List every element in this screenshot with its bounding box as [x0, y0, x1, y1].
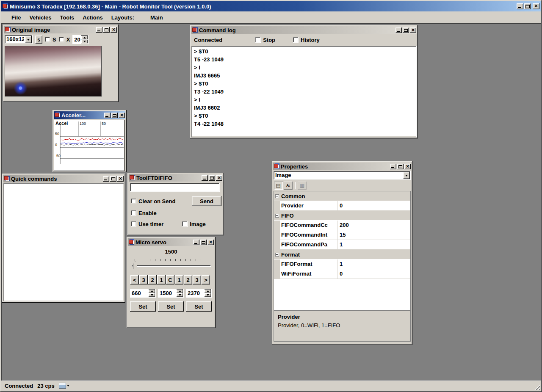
- image-checkbox[interactable]: [182, 221, 188, 227]
- maximize-button[interactable]: [209, 175, 215, 181]
- close-button[interactable]: [410, 28, 416, 33]
- minimize-button[interactable]: [193, 240, 199, 245]
- servo-button-1-3[interactable]: 3: [139, 275, 148, 284]
- set-mid-button[interactable]: Set: [158, 301, 184, 312]
- stop-checkbox[interactable]: [255, 37, 261, 43]
- spin-up-icon[interactable]: [81, 36, 88, 39]
- spin-down-icon[interactable]: [149, 293, 155, 297]
- menu-tools[interactable]: Tools: [55, 13, 78, 22]
- menu-layouts[interactable]: Layouts:: [107, 13, 138, 22]
- history-checkbox[interactable]: [293, 37, 299, 43]
- property-category-fifo[interactable]: FIFO: [274, 211, 410, 221]
- main-titlebar[interactable]: Minisumo 3 Toradex [192.168.0.36] - Main…: [1, 1, 541, 11]
- maximize-button[interactable]: [524, 3, 531, 9]
- collapse-icon[interactable]: [275, 214, 279, 218]
- maximize-button[interactable]: [103, 27, 110, 33]
- property-row-wififormat[interactable]: WiFiFormat0: [274, 269, 410, 279]
- servo-button-4-C[interactable]: C: [166, 275, 174, 284]
- number-input[interactable]: [72, 35, 81, 44]
- alphabetical-button[interactable]: [284, 182, 293, 190]
- use-timer-checkbox[interactable]: [131, 221, 136, 227]
- servo-button-2-2[interactable]: 2: [148, 275, 157, 284]
- close-button[interactable]: [117, 176, 124, 182]
- spin-up-icon[interactable]: [149, 290, 155, 293]
- servo-min-input[interactable]: [130, 289, 149, 298]
- slider-thumb[interactable]: [133, 261, 137, 269]
- servo-slider[interactable]: [132, 258, 211, 271]
- property-value[interactable]: 0: [337, 269, 410, 279]
- minimize-button[interactable]: [202, 175, 208, 181]
- combo-arrow-icon[interactable]: [403, 172, 410, 179]
- minimize-button[interactable]: [96, 27, 102, 33]
- property-row-fifoformat[interactable]: FIFOFormat1: [274, 259, 410, 269]
- servo-button-3-1[interactable]: 1: [157, 275, 166, 284]
- spin-up-icon[interactable]: [177, 290, 183, 293]
- close-button[interactable]: [533, 3, 539, 9]
- send-button[interactable]: Send: [192, 196, 221, 206]
- toolftdififo-titlebar[interactable]: ToolFTDIFIFO: [129, 174, 223, 182]
- maximize-button[interactable]: [110, 176, 116, 182]
- slider-groove[interactable]: [132, 265, 211, 267]
- close-button[interactable]: [207, 240, 214, 245]
- maximize-button[interactable]: [403, 28, 409, 33]
- spin-down-icon[interactable]: [205, 293, 211, 297]
- menu-actions[interactable]: Actions: [78, 13, 107, 22]
- command-input[interactable]: [130, 183, 220, 192]
- minimize-button[interactable]: [395, 28, 402, 33]
- micro-servo-titlebar[interactable]: Micro servo: [128, 238, 214, 246]
- spin-down-icon[interactable]: [177, 293, 183, 297]
- status-dropdown-icon[interactable]: [67, 385, 69, 386]
- quick-commands-titlebar[interactable]: Quick commands: [3, 175, 124, 182]
- property-row-fifocommandint[interactable]: FIFOCommandInt15: [274, 230, 410, 240]
- servo-button-7-3[interactable]: 3: [193, 275, 201, 284]
- property-category-common[interactable]: Common: [274, 191, 410, 201]
- property-value[interactable]: 200: [337, 221, 410, 230]
- property-pages-button[interactable]: [298, 182, 307, 190]
- property-value[interactable]: 1: [337, 240, 410, 249]
- set-max-button[interactable]: Set: [186, 301, 212, 312]
- spin-down-icon[interactable]: [81, 40, 88, 43]
- property-value[interactable]: 15: [337, 230, 410, 240]
- properties-titlebar[interactable]: Properties: [273, 163, 411, 170]
- layout-icon[interactable]: [59, 383, 66, 389]
- maximize-button[interactable]: [111, 113, 118, 118]
- maximize-button[interactable]: [397, 164, 404, 169]
- servo-button-8->[interactable]: >: [202, 275, 210, 284]
- menu-vehicles[interactable]: Vehicles: [25, 13, 55, 22]
- property-category-format[interactable]: Format: [274, 250, 410, 259]
- combo-arrow-icon[interactable]: [25, 36, 32, 43]
- property-row-fifocommandpa[interactable]: FIFOCommandPa1: [274, 240, 410, 250]
- property-value[interactable]: 0: [337, 201, 410, 210]
- minimize-button[interactable]: [390, 164, 396, 169]
- s-button[interactable]: s: [35, 36, 42, 44]
- property-row-provider[interactable]: Provider0: [274, 201, 410, 211]
- close-button[interactable]: [119, 113, 125, 118]
- maximize-button[interactable]: [200, 240, 207, 245]
- menu-main[interactable]: Main: [146, 13, 167, 22]
- minimize-button[interactable]: [104, 113, 111, 118]
- minimize-button[interactable]: [517, 3, 523, 9]
- quick-commands-list[interactable]: [3, 183, 124, 301]
- close-button[interactable]: [111, 27, 117, 33]
- resolution-select[interactable]: 160x120: [5, 35, 33, 44]
- servo-mid-input[interactable]: [158, 289, 177, 298]
- resize-grip[interactable]: [534, 384, 540, 390]
- original-image-titlebar[interactable]: Original image: [4, 26, 117, 33]
- close-button[interactable]: [216, 175, 222, 181]
- property-value[interactable]: 1: [337, 259, 410, 269]
- accelerometer-titlebar[interactable]: Acceler...: [54, 111, 125, 119]
- command-log-text[interactable]: > $T0T5 -23 1049> IIMJ3 6665> $T0T3 -22 …: [191, 46, 417, 137]
- property-row-fifocommandcc[interactable]: FIFOCommandCc200: [274, 221, 410, 230]
- set-min-button[interactable]: Set: [130, 301, 156, 312]
- spin-up-icon[interactable]: [205, 290, 211, 293]
- servo-max-input[interactable]: [186, 289, 205, 298]
- close-button[interactable]: [404, 164, 411, 169]
- minimize-button[interactable]: [103, 176, 109, 182]
- collapse-icon[interactable]: [275, 194, 279, 198]
- collapse-icon[interactable]: [275, 253, 279, 257]
- servo-button-6-2[interactable]: 2: [184, 275, 192, 284]
- enable-checkbox[interactable]: [131, 210, 136, 216]
- menu-file[interactable]: File: [7, 13, 25, 22]
- command-log-titlebar[interactable]: Command log: [191, 26, 417, 34]
- servo-button-0-<[interactable]: <: [130, 275, 139, 284]
